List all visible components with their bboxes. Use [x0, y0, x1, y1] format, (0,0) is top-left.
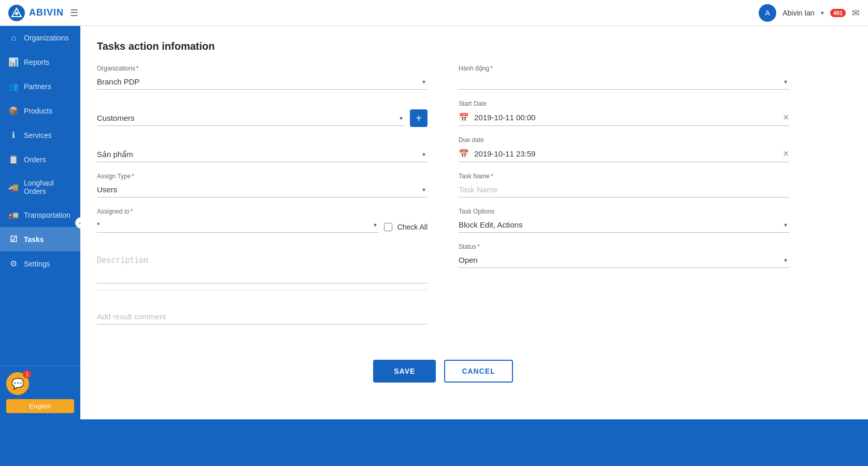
logo-text: ABIVIN [29, 7, 64, 18]
san-pham-select[interactable]: Sản phẩm [97, 147, 428, 162]
due-date-row: 📅 2019-10-11 23:59 ✕ [459, 146, 789, 162]
organizations-label: Organizations* [97, 65, 428, 72]
customers-select-wrapper: Customers ▾ [97, 110, 405, 126]
description-separator [97, 290, 428, 290]
customers-label [97, 100, 428, 107]
settings-icon: ⚙ [8, 259, 19, 269]
assign-type-select-wrapper: Users ▾ [97, 182, 428, 197]
due-date-calendar-icon[interactable]: 📅 [459, 149, 469, 159]
sidebar-item-products[interactable]: 📦 Products [0, 98, 80, 123]
assigned-to-field: Assigned to* * ▾ Check All [97, 208, 428, 233]
add-result-input[interactable] [97, 309, 428, 324]
form-left: Organizations* Branch PDP ▾ [97, 65, 428, 335]
sidebar-item-settings[interactable]: ⚙ Settings [0, 251, 80, 276]
language-button[interactable]: English [6, 399, 74, 413]
hanh-dong-field: Hành động* ▾ [459, 65, 789, 90]
sidebar-label-transportation: Transportation [24, 211, 70, 219]
assigned-to-row: * ▾ Check All [97, 217, 428, 233]
sidebar-label-reports: Reports [24, 58, 49, 66]
sidebar-label-partners: Partners [24, 82, 51, 91]
sidebar-bottom: 💬 1 English [0, 365, 80, 419]
topbar-right: A Abivin Ian ▾ 491 ✉ [759, 4, 860, 22]
due-date-label: Due date [459, 136, 789, 144]
task-name-field: Task Name* [459, 173, 789, 197]
assign-type-field: Assign Type* Users ▾ [97, 173, 428, 197]
due-date-clear-button[interactable]: ✕ [782, 149, 789, 159]
sidebar-item-tasks[interactable]: ☑ Tasks [0, 227, 80, 251]
svg-point-1 [15, 12, 18, 15]
sidebar-label-longhaul: Longhaul Orders [24, 179, 72, 195]
check-all-label[interactable]: Check All [397, 223, 428, 231]
longhaul-icon: 🚚 [8, 182, 19, 192]
form-right: Hành động* ▾ Start Date 📅 [459, 65, 789, 335]
partners-icon: 👥 [8, 81, 19, 91]
form-grid: Organizations* Branch PDP ▾ [97, 65, 789, 335]
sidebar-item-organizations[interactable]: ⌂ Organizations [0, 26, 80, 50]
status-field: Status* Open ▾ [459, 243, 789, 268]
topbar-left: ABIVIN ☰ [8, 5, 78, 21]
bottom-bar [0, 419, 868, 466]
save-button[interactable]: SAVE [373, 360, 436, 383]
task-options-select[interactable]: Block Edit, Actions [459, 217, 789, 233]
sidebar-item-transportation[interactable]: 🚛 Transportation [0, 203, 80, 227]
sidebar-label-orders: Orders [24, 156, 46, 164]
form-container: Tasks action infomation Organizations* B… [80, 26, 806, 405]
sidebar-item-longhaul-orders[interactable]: 🚚 Longhaul Orders [0, 172, 80, 203]
action-row: SAVE CANCEL [97, 351, 789, 391]
check-all-checkbox[interactable] [384, 223, 392, 231]
start-date-clear-button[interactable]: ✕ [782, 112, 789, 122]
sidebar-label-settings: Settings [24, 260, 50, 268]
start-date-calendar-icon[interactable]: 📅 [459, 112, 469, 122]
sidebar-label-services: Services [24, 131, 52, 139]
customers-field: Customers ▾ + [97, 100, 428, 127]
start-date-value[interactable]: 2019-10-11 00:00 [474, 113, 777, 122]
hanh-dong-label: Hành động* [459, 65, 789, 72]
notification-icon[interactable]: ✉ [852, 7, 860, 19]
reports-icon: 📊 [8, 57, 19, 67]
assigned-to-label: Assigned to* [97, 208, 428, 215]
organizations-select[interactable]: Branch PDP [97, 74, 428, 90]
san-pham-select-wrapper: Sản phẩm ▾ [97, 147, 428, 162]
sidebar-label-organizations: Organizations [24, 34, 68, 42]
topbar: ABIVIN ☰ A Abivin Ian ▾ 491 ✉ [0, 0, 868, 26]
cancel-button[interactable]: CANCEL [444, 360, 513, 383]
task-name-input[interactable] [459, 182, 789, 197]
assigned-to-select[interactable]: * [97, 217, 379, 233]
status-select[interactable]: Open [459, 252, 789, 268]
due-date-value[interactable]: 2019-10-11 23:59 [474, 149, 777, 158]
chat-badge: 1 [23, 370, 31, 378]
logo: ABIVIN [8, 5, 64, 21]
notification-badge[interactable]: 491 [830, 9, 846, 17]
customers-select-row: Customers ▾ + [97, 109, 428, 127]
assign-type-label: Assign Type* [97, 173, 428, 180]
hanh-dong-select[interactable] [459, 74, 789, 90]
layout: ⌂ Organizations 📊 Reports 👥 Partners 📦 P… [0, 26, 868, 419]
hamburger-icon[interactable]: ☰ [70, 7, 78, 19]
add-customer-button[interactable]: + [410, 109, 428, 127]
user-avatar: A [759, 4, 776, 22]
user-dropdown-icon[interactable]: ▾ [821, 9, 824, 17]
start-date-row: 📅 2019-10-11 00:00 ✕ [459, 109, 789, 126]
sidebar-item-reports[interactable]: 📊 Reports [0, 50, 80, 74]
sidebar-item-orders[interactable]: 📋 Orders [0, 147, 80, 172]
assigned-to-select-wrapper: * ▾ [97, 217, 379, 233]
task-options-field: Task Options Block Edit, Actions ▾ [459, 208, 789, 233]
home-icon: ⌂ [8, 33, 19, 43]
sidebar-item-partners[interactable]: 👥 Partners [0, 74, 80, 98]
san-pham-label [97, 137, 428, 145]
hanh-dong-select-wrapper: ▾ [459, 74, 789, 90]
task-options-select-wrapper: Block Edit, Actions ▾ [459, 217, 789, 233]
assign-type-select[interactable]: Users [97, 182, 428, 197]
sidebar-item-services[interactable]: ℹ Services [0, 123, 80, 147]
sidebar-label-tasks: Tasks [24, 235, 44, 244]
user-name[interactable]: Abivin Ian [782, 9, 814, 17]
orders-icon: 📋 [8, 154, 19, 164]
status-label: Status* [459, 243, 789, 250]
description-textarea[interactable] [97, 252, 428, 284]
customers-select[interactable]: Customers [97, 110, 405, 126]
products-icon: 📦 [8, 106, 19, 116]
chat-button[interactable]: 💬 1 [6, 372, 29, 395]
tasks-icon: ☑ [8, 234, 19, 244]
main-content: Tasks action infomation Organizations* B… [80, 26, 868, 419]
task-name-label: Task Name* [459, 173, 789, 180]
